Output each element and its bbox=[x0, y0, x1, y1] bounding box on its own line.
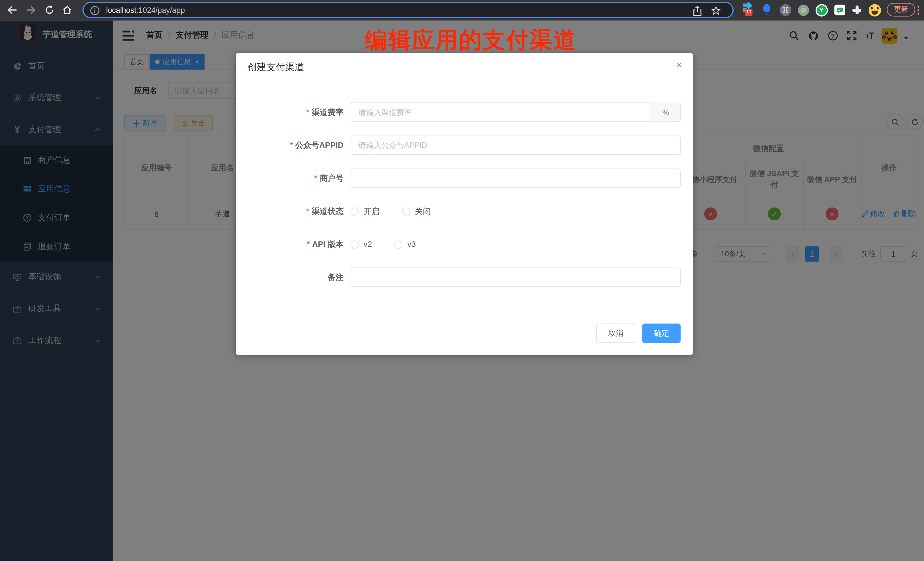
browser-back-icon[interactable] bbox=[5, 3, 18, 16]
bookmark-star-icon[interactable] bbox=[711, 6, 720, 15]
remark-label: 备注 bbox=[237, 268, 344, 287]
percent-append: % bbox=[651, 102, 681, 122]
status-radio-group: 开启 关闭 bbox=[351, 201, 431, 221]
extension-pin-icon[interactable]: 10 bbox=[742, 3, 753, 17]
browser-home-icon[interactable] bbox=[61, 3, 74, 16]
radio-circle-icon bbox=[351, 207, 359, 216]
merchant-input[interactable] bbox=[351, 169, 681, 188]
cancel-button[interactable]: 取消 bbox=[596, 324, 635, 343]
radio-circle-icon bbox=[394, 240, 403, 248]
radio-status-off[interactable]: 关闭 bbox=[402, 206, 430, 217]
dialog-title: 创建支付渠道 bbox=[248, 62, 304, 74]
confirm-button[interactable]: 确定 bbox=[642, 324, 681, 343]
browser-toolbar: localhost:1024/pay/app 10 ⌘ bbox=[0, 0, 924, 21]
browser-menu-icon[interactable] bbox=[915, 3, 922, 16]
extension-cmd-icon[interactable]: ⌘ bbox=[780, 3, 791, 17]
dialog-close-icon[interactable]: × bbox=[676, 59, 682, 71]
rate-input-group: % bbox=[351, 102, 681, 122]
address-bar[interactable]: localhost:1024/pay/app bbox=[82, 2, 734, 18]
extension-badge: 10 bbox=[745, 9, 753, 16]
remark-input[interactable] bbox=[351, 268, 681, 287]
extension-balloon-icon[interactable] bbox=[762, 3, 771, 17]
share-icon[interactable] bbox=[693, 6, 702, 16]
api-version-radio-group: v2 v3 bbox=[351, 234, 416, 254]
rate-label: *渠道费率 bbox=[237, 102, 344, 122]
site-info-icon[interactable] bbox=[90, 6, 100, 15]
radio-circle-icon bbox=[402, 207, 410, 216]
extensions-puzzle-icon[interactable] bbox=[851, 3, 862, 17]
api-version-label: *API 版本 bbox=[237, 234, 344, 254]
browser-update-button[interactable]: 更新 bbox=[887, 3, 915, 16]
radio-status-on[interactable]: 开启 bbox=[351, 206, 380, 217]
radio-circle-icon bbox=[351, 240, 359, 248]
app-viewport: 芋道管理系统 首页 系统管理 ¥ 支付管理 bbox=[0, 21, 924, 561]
extension-chat-icon[interactable] bbox=[834, 3, 846, 17]
browser-reload-icon[interactable] bbox=[43, 3, 56, 16]
profile-emoji-icon[interactable] bbox=[868, 3, 881, 17]
create-channel-dialog: 创建支付渠道 × *渠道费率 % *公众号APPID *商户号 *渠道状态 bbox=[236, 53, 693, 355]
url-text: localhost:1024/pay/app bbox=[106, 6, 185, 15]
radio-api-v2[interactable]: v2 bbox=[351, 240, 372, 249]
status-label: *渠道状态 bbox=[237, 201, 344, 221]
appid-input[interactable] bbox=[351, 135, 681, 155]
annotation-text: 编辑应用的支付渠道 bbox=[356, 26, 585, 56]
radio-api-v3[interactable]: v3 bbox=[394, 240, 416, 249]
appid-label: *公众号APPID bbox=[237, 135, 344, 155]
extension-dot-icon[interactable] bbox=[797, 3, 809, 17]
browser-forward-icon[interactable] bbox=[24, 3, 37, 16]
merchant-label: *商户号 bbox=[237, 169, 344, 188]
extension-y-icon[interactable]: Y bbox=[815, 3, 828, 17]
rate-input[interactable] bbox=[351, 102, 651, 122]
screen: localhost:1024/pay/app 10 ⌘ bbox=[0, 0, 924, 561]
